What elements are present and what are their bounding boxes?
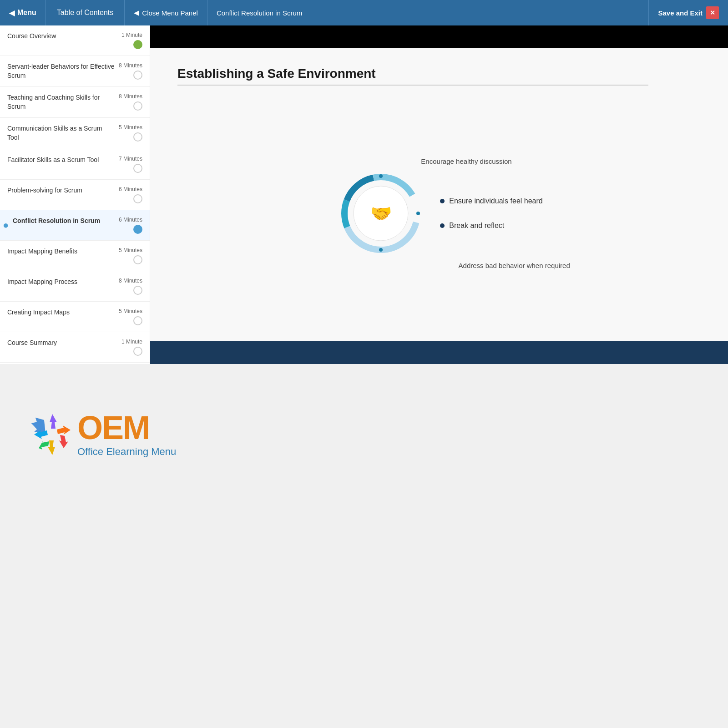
- status-circle: [133, 316, 142, 325]
- sidebar-item-duration: 8 Minutes: [119, 62, 142, 69]
- sidebar-item-title: Conflict Resolution in Scrum: [13, 217, 100, 226]
- slide-title: Establishing a Safe Environment: [177, 66, 701, 81]
- svg-marker-10: [57, 425, 71, 435]
- sidebar-item-course-overview[interactable]: Course Overview 1 Minute: [0, 25, 150, 56]
- svg-marker-11: [59, 435, 68, 448]
- close-x-icon[interactable]: ✕: [706, 6, 719, 19]
- sidebar-item-title: Impact Mapping Benefits: [7, 247, 77, 256]
- svg-marker-9: [50, 414, 57, 429]
- close-panel-button[interactable]: ◀ Close Menu Panel: [125, 0, 207, 25]
- toc-label: Table of Contents: [57, 9, 114, 17]
- sidebar-item-impact-mapping-process[interactable]: Impact Mapping Process 8 Minutes: [0, 271, 150, 302]
- svg-point-5: [416, 212, 420, 215]
- active-bullet-icon: ●: [3, 219, 9, 231]
- sidebar-item-title: Teaching and Coaching Skills for Scrum: [7, 93, 115, 111]
- top-navigation: ◀ Menu Table of Contents ◀ Close Menu Pa…: [0, 0, 728, 25]
- oem-letters: OEM: [77, 411, 176, 444]
- circle-diagram: 🤝: [335, 168, 426, 259]
- sidebar-item-title: Creating Impact Maps: [7, 308, 70, 317]
- main-layout: Course Overview 1 Minute Servant-leader …: [0, 25, 728, 364]
- svg-point-4: [379, 174, 383, 178]
- sidebar-item-title: Course Summary: [7, 339, 57, 348]
- sidebar-item-duration: 5 Minutes: [119, 124, 142, 131]
- svg-marker-13: [39, 440, 49, 450]
- sidebar-item-course-test[interactable]: Course Test 9 Questions: [0, 363, 150, 364]
- menu-arrow-icon: ◀: [9, 9, 15, 17]
- bullet-dot-icon: [440, 223, 445, 228]
- sidebar-item-title: Servant-leader Behaviors for Effective S…: [7, 62, 115, 80]
- close-panel-arrow-icon: ◀: [134, 9, 139, 17]
- sidebar-item-duration: 6 Minutes: [119, 217, 142, 223]
- bullet-dot-icon: [440, 199, 445, 203]
- oem-section: OEM Office Elearning Menu: [0, 391, 728, 478]
- content-area: Establishing a Safe Environment Encourag…: [150, 25, 728, 364]
- sidebar-item-duration: 1 Minute: [121, 339, 142, 345]
- sidebar-item-teaching-coaching[interactable]: Teaching and Coaching Skills for Scrum 8…: [0, 87, 150, 118]
- status-circle: [133, 101, 142, 111]
- sidebar-item-duration: 1 Minute: [121, 32, 142, 38]
- status-circle: [133, 225, 142, 234]
- right-items: Ensure individuals feel heard Break and …: [440, 197, 542, 230]
- close-panel-label: Close Menu Panel: [142, 9, 198, 17]
- status-circle: [133, 132, 142, 142]
- slide-content: Establishing a Safe Environment Encourag…: [150, 48, 728, 341]
- content-black-top-bar: [150, 25, 728, 48]
- status-circle: [133, 255, 142, 264]
- oem-arrows-icon: [27, 410, 77, 460]
- item-feel-heard-text: Ensure individuals feel heard: [449, 197, 542, 205]
- sidebar-item-conflict-resolution[interactable]: ● Conflict Resolution in Scrum 6 Minutes: [0, 210, 150, 241]
- handshake-icon: 🤝: [370, 203, 392, 223]
- oem-subtitle: Office Elearning Menu: [77, 446, 176, 458]
- sidebar-item-title: Facilitator Skills as a Scrum Tool: [7, 156, 99, 165]
- save-exit-button[interactable]: Save and Exit ✕: [648, 0, 728, 25]
- sidebar: Course Overview 1 Minute Servant-leader …: [0, 25, 150, 364]
- toc-button[interactable]: Table of Contents: [46, 0, 125, 25]
- status-circle: [133, 194, 142, 203]
- sidebar-item-problem-solving[interactable]: Problem-solving for Scrum 6 Minutes: [0, 180, 150, 210]
- oem-text-group: OEM Office Elearning Menu: [77, 411, 176, 458]
- item-feel-heard: Ensure individuals feel heard: [440, 197, 542, 205]
- sidebar-item-facilitator-skills[interactable]: Facilitator Skills as a Scrum Tool 7 Min…: [0, 149, 150, 180]
- save-exit-label: Save and Exit: [658, 9, 703, 17]
- slide-divider: [177, 85, 648, 86]
- sidebar-item-title: Impact Mapping Process: [7, 278, 77, 287]
- status-circle: [133, 164, 142, 173]
- breadcrumb-text: Conflict Resolution in Scrum: [217, 9, 302, 17]
- sidebar-item-communication-skills[interactable]: Communication Skills as a Scrum Tool 5 M…: [0, 118, 150, 149]
- status-circle: [133, 71, 142, 80]
- item-break-reflect-text: Break and reflect: [449, 222, 504, 230]
- oem-logo: OEM Office Elearning Menu: [27, 410, 176, 460]
- sidebar-item-title: Communication Skills as a Scrum Tool: [7, 124, 115, 142]
- sidebar-item-servant-leader[interactable]: Servant-leader Behaviors for Effective S…: [0, 56, 150, 87]
- menu-label: Menu: [17, 9, 36, 17]
- content-blue-bottom-bar: [150, 341, 728, 364]
- top-label: Encourage healthy discussion: [421, 157, 511, 165]
- sidebar-item-duration: 5 Minutes: [119, 247, 142, 253]
- status-circle: [133, 286, 142, 295]
- sidebar-item-duration: 8 Minutes: [119, 278, 142, 284]
- diagram-container: Encourage healthy discussion: [177, 104, 701, 323]
- breadcrumb: Conflict Resolution in Scrum: [207, 0, 649, 25]
- bottom-label: Address bad behavior when required: [459, 262, 570, 269]
- sidebar-item-course-summary[interactable]: Course Summary 1 Minute: [0, 332, 150, 363]
- sidebar-item-creating-impact-maps[interactable]: Creating Impact Maps 5 Minutes: [0, 302, 150, 332]
- sidebar-item-duration: 6 Minutes: [119, 186, 142, 192]
- diagram-row: 🤝 Ensure individuals feel heard Break an…: [335, 168, 542, 259]
- item-break-reflect: Break and reflect: [440, 222, 542, 230]
- sidebar-item-title: Problem-solving for Scrum: [7, 186, 82, 195]
- sidebar-item-impact-mapping-benefits[interactable]: Impact Mapping Benefits 5 Minutes: [0, 241, 150, 271]
- sidebar-item-duration: 5 Minutes: [119, 308, 142, 314]
- status-circle: [133, 347, 142, 356]
- svg-point-6: [379, 248, 383, 252]
- status-circle: [133, 40, 142, 49]
- diagram-vertical: Encourage healthy discussion: [335, 157, 542, 269]
- menu-button[interactable]: ◀ Menu: [0, 0, 46, 25]
- sidebar-item-duration: 8 Minutes: [119, 93, 142, 100]
- sidebar-item-duration: 7 Minutes: [119, 156, 142, 162]
- sidebar-item-title: Course Overview: [7, 32, 56, 41]
